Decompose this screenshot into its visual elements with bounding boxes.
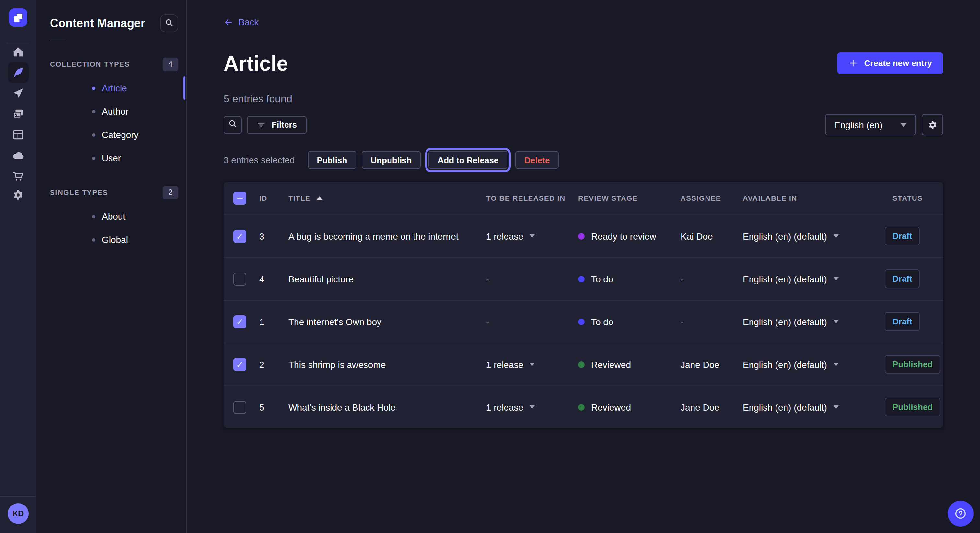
stage-label: To do	[591, 317, 614, 327]
releases-icon	[12, 87, 25, 100]
stage-dot-icon	[578, 276, 585, 282]
table-row[interactable]: 5What's inside a Black Hole1 releaseRevi…	[224, 385, 943, 428]
row-checkbox[interactable]	[233, 316, 246, 328]
sidebar-item-label: Author	[102, 106, 129, 117]
main-content: Back Article Create new entry 5 entries …	[187, 0, 980, 533]
media-library-icon	[12, 108, 25, 121]
column-header-assignee[interactable]: ASSIGNEE	[681, 195, 743, 202]
subnav-section-label: SINGLE TYPES	[50, 189, 108, 196]
delete-button[interactable]: Delete	[515, 151, 559, 169]
cell-available-in[interactable]: English (en) (default)	[743, 274, 885, 284]
sidebar-item-author[interactable]: Author	[36, 100, 186, 123]
active-indicator	[183, 76, 185, 100]
rail-item-home[interactable]	[8, 41, 29, 62]
user-avatar[interactable]: KD	[8, 503, 29, 524]
sidebar-item-about[interactable]: About	[36, 205, 186, 228]
row-checkbox[interactable]	[233, 273, 246, 286]
sidebar-item-user[interactable]: User	[36, 146, 186, 170]
release-count-label: 1 release	[486, 359, 523, 370]
rail-item-marketplace[interactable]	[8, 166, 29, 187]
rail-item-media-library[interactable]	[8, 104, 29, 124]
rail-item-content-type-builder[interactable]	[8, 124, 29, 145]
status-badge: Published	[885, 355, 940, 374]
create-new-entry-label: Create new entry	[864, 59, 932, 68]
cell-to-be-released-in[interactable]: 1 release	[486, 231, 578, 241]
table-row[interactable]: 2This shrimp is awesome1 releaseReviewed…	[224, 343, 943, 385]
table-row[interactable]: 1The internet's Own boy-To do-English (e…	[224, 300, 943, 343]
settings-icon	[12, 189, 25, 201]
cell-available-in[interactable]: English (en) (default)	[743, 317, 885, 327]
column-header-released[interactable]: TO BE RELEASED IN	[486, 195, 578, 202]
row-checkbox[interactable]	[233, 401, 246, 414]
back-link[interactable]: Back	[224, 17, 259, 27]
rail-item-releases[interactable]	[8, 83, 29, 104]
select-all-checkbox[interactable]	[233, 192, 246, 205]
sidebar-item-article[interactable]: Article	[36, 76, 186, 100]
table-row[interactable]: 4Beautiful picture-To do-English (en) (d…	[224, 257, 943, 300]
rail-item-deploy[interactable]	[8, 145, 29, 166]
release-count-label: 1 release	[486, 402, 523, 412]
chevron-down-icon	[900, 123, 907, 127]
unpublish-button[interactable]: Unpublish	[361, 151, 421, 169]
cell-assignee: Jane Doe	[681, 402, 743, 412]
status-badge: Draft	[885, 313, 920, 331]
stage-dot-icon	[578, 404, 585, 411]
strapi-logo[interactable]	[9, 8, 27, 27]
locale-label: English (en) (default)	[743, 359, 827, 370]
stage-label: To do	[591, 274, 614, 284]
cell-assignee: -	[681, 317, 743, 327]
sort-ascending-icon	[316, 197, 323, 200]
bullet-icon	[92, 133, 95, 136]
rail-item-settings[interactable]	[8, 185, 29, 205]
add-to-release-button[interactable]: Add to Release	[428, 151, 508, 169]
chevron-down-icon	[529, 406, 535, 409]
strapi-app: KD Content Manager COLLECTION TYPES4Arti…	[0, 0, 980, 533]
sidebar-item-global[interactable]: Global	[36, 228, 186, 251]
content-manager-subnav: Content Manager COLLECTION TYPES4Article…	[36, 0, 187, 533]
column-header-title-label: TITLE	[288, 195, 310, 202]
table-search-button[interactable]	[224, 116, 242, 134]
cell-review-stage: To do	[578, 317, 681, 327]
column-header-id[interactable]: ID	[252, 195, 283, 202]
cell-id: 5	[252, 402, 283, 412]
row-checkbox[interactable]	[233, 230, 246, 243]
publish-button[interactable]: Publish	[307, 151, 356, 169]
row-checkbox[interactable]	[233, 358, 246, 371]
chevron-down-icon	[834, 406, 839, 409]
selection-count: 3 entries selected	[224, 155, 294, 165]
filters-button[interactable]: Filters	[247, 116, 307, 134]
locale-value: English (en)	[834, 120, 883, 130]
subnav-search-button[interactable]	[160, 14, 178, 32]
search-icon	[165, 18, 174, 29]
sidebar-item-label: User	[102, 153, 121, 163]
back-label: Back	[239, 17, 259, 27]
column-header-title[interactable]: TITLE	[283, 195, 486, 202]
create-new-entry-button[interactable]: Create new entry	[837, 53, 943, 74]
column-header-status[interactable]: STATUS	[885, 195, 943, 202]
sidebar-item-category[interactable]: Category	[36, 123, 186, 146]
cell-available-in[interactable]: English (en) (default)	[743, 359, 885, 370]
subnav-section-header: COLLECTION TYPES4	[36, 57, 186, 71]
chevron-down-icon	[834, 363, 839, 366]
locale-select[interactable]: English (en)	[825, 114, 916, 136]
cell-available-in[interactable]: English (en) (default)	[743, 231, 885, 241]
subnav-section-count-badge: 4	[163, 57, 178, 71]
cell-to-be-released-in[interactable]: 1 release	[486, 359, 578, 370]
view-settings-button[interactable]	[922, 114, 943, 136]
status-badge: Draft	[885, 227, 920, 246]
bullet-icon	[92, 156, 95, 160]
help-button[interactable]	[948, 501, 974, 527]
table-header-row: ID TITLE TO BE RELEASED IN REVIEW STAGE …	[224, 182, 943, 215]
chevron-down-icon	[529, 235, 535, 238]
rail-item-content-manager[interactable]	[8, 62, 29, 83]
main-nav-rail: KD	[0, 0, 36, 533]
cell-review-stage: Reviewed	[578, 359, 681, 370]
table-row[interactable]: 3A bug is becoming a meme on the interne…	[224, 215, 943, 257]
cell-available-in[interactable]: English (en) (default)	[743, 402, 885, 412]
column-header-available[interactable]: AVAILABLE IN	[743, 195, 885, 202]
stage-label: Reviewed	[591, 402, 631, 412]
cell-to-be-released-in[interactable]: 1 release	[486, 402, 578, 412]
column-header-stage[interactable]: REVIEW STAGE	[578, 195, 681, 202]
cell-title: Beautiful picture	[283, 274, 486, 284]
gear-icon	[927, 120, 937, 130]
